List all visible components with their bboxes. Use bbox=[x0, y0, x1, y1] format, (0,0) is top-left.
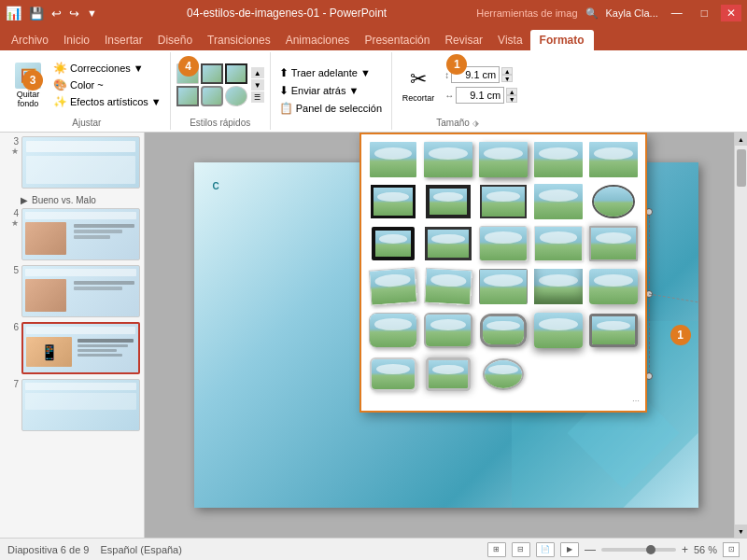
canvas-vscrollbar[interactable]: ▲ ▼ bbox=[734, 133, 747, 538]
style-item-28[interactable] bbox=[477, 354, 529, 395]
style-item-26[interactable] bbox=[367, 354, 419, 395]
style-item-1[interactable] bbox=[367, 140, 419, 179]
style-item-23[interactable] bbox=[477, 310, 529, 351]
style-item-25[interactable] bbox=[587, 310, 640, 351]
zoom-slider-thumb[interactable] bbox=[646, 545, 655, 554]
color-button[interactable]: 🎨 Color ~ 3 bbox=[50, 77, 164, 92]
slide-4-thumb[interactable] bbox=[21, 208, 140, 260]
undo-icon[interactable]: ↩ bbox=[51, 7, 62, 21]
correcciones-button[interactable]: ☀️ Correcciones ▼ bbox=[50, 61, 164, 76]
style-item-14[interactable] bbox=[532, 224, 585, 263]
slide-7-num: 7 bbox=[13, 379, 19, 389]
customize-icon[interactable]: ▼ bbox=[87, 7, 97, 19]
slide-4-item[interactable]: 4 ★ bbox=[2, 208, 140, 260]
window-title: 04-estilos-de-imagenes-01 - PowerPoint bbox=[187, 7, 387, 20]
style-item-13[interactable] bbox=[477, 224, 529, 263]
maximize-button[interactable]: □ bbox=[696, 5, 713, 21]
view-slide-sorter-icon[interactable]: ⊟ bbox=[512, 542, 530, 557]
style-preview-4[interactable] bbox=[176, 86, 199, 106]
slide-7-thumb[interactable] bbox=[21, 379, 140, 431]
save-icon[interactable]: 💾 bbox=[29, 7, 44, 21]
width-down[interactable]: ▼ bbox=[506, 95, 517, 103]
close-button[interactable]: ✕ bbox=[721, 5, 741, 21]
slide-6-item[interactable]: 6 📱 bbox=[2, 322, 140, 374]
ribbon-group-tamaño: 1 ✂ Recortar ↕ ▲ ▼ ↔ bbox=[392, 52, 524, 130]
panel-seleccion-button[interactable]: 📋 Panel de selección bbox=[276, 100, 386, 117]
height-up[interactable]: ▲ bbox=[501, 67, 513, 75]
width-input[interactable] bbox=[456, 87, 504, 104]
style-item-12[interactable] bbox=[422, 224, 474, 263]
efectos-icon: ✨ bbox=[53, 95, 67, 108]
view-presentation-icon[interactable]: ▶ bbox=[560, 542, 579, 557]
view-normal-icon[interactable]: ⊞ bbox=[487, 542, 506, 557]
ribbon-tabs-bar: Archivo Inicio Insertar Diseño Transicio… bbox=[0, 26, 747, 50]
traer-adelante-button[interactable]: ⬆ Traer adelante ▼ bbox=[276, 64, 386, 81]
style-item-11[interactable] bbox=[367, 224, 419, 263]
style-item-3[interactable] bbox=[477, 140, 529, 179]
slide-7-item[interactable]: 7 bbox=[2, 379, 140, 431]
tab-formato[interactable]: Formato bbox=[530, 30, 594, 50]
style-item-15[interactable] bbox=[587, 224, 640, 263]
zoom-in-btn[interactable]: + bbox=[682, 543, 688, 556]
style-item-7[interactable] bbox=[422, 182, 474, 221]
tab-presentacion[interactable]: Presentación bbox=[357, 30, 437, 50]
more-styles[interactable]: ☰ bbox=[251, 91, 264, 103]
style-item-8[interactable] bbox=[477, 182, 529, 221]
style-item-6[interactable] bbox=[367, 182, 419, 221]
user-name[interactable]: Kayla Cla... bbox=[606, 7, 658, 19]
zoom-out-btn[interactable]: — bbox=[585, 543, 596, 556]
style-item-27[interactable] bbox=[422, 354, 474, 395]
app-icon: 📊 bbox=[6, 6, 21, 21]
tab-animaciones[interactable]: Animaciones bbox=[278, 30, 358, 50]
fit-window-btn[interactable]: ⊡ bbox=[723, 542, 740, 557]
style-item-10[interactable] bbox=[587, 182, 640, 221]
slide-3-item[interactable]: 3 ★ bbox=[2, 136, 140, 189]
language-info: Español (España) bbox=[100, 544, 181, 555]
style-item-5[interactable] bbox=[587, 140, 640, 179]
slide-6-thumb[interactable]: 📱 bbox=[21, 322, 140, 374]
style-item-16[interactable] bbox=[367, 266, 419, 307]
recortar-button[interactable]: ✂ Recortar bbox=[398, 64, 440, 105]
minimize-button[interactable]: — bbox=[666, 5, 688, 21]
scroll-down-btn[interactable]: ▼ bbox=[735, 525, 747, 538]
style-item-2[interactable] bbox=[422, 140, 474, 179]
style-item-17[interactable] bbox=[422, 266, 474, 307]
style-item-9[interactable] bbox=[532, 182, 585, 221]
scroll-up-styles[interactable]: ▲ bbox=[251, 67, 264, 78]
tab-diseno[interactable]: Diseño bbox=[150, 30, 200, 50]
style-item-4[interactable] bbox=[532, 140, 585, 179]
tab-insertar[interactable]: Insertar bbox=[97, 30, 150, 50]
tab-revisar[interactable]: Revisar bbox=[437, 30, 490, 50]
tab-transiciones[interactable]: Transiciones bbox=[200, 30, 278, 50]
scroll-thumb[interactable] bbox=[737, 149, 746, 187]
height-down[interactable]: ▼ bbox=[501, 75, 513, 82]
width-up[interactable]: ▲ bbox=[506, 88, 517, 95]
style-item-21[interactable] bbox=[367, 310, 419, 351]
efectos-artisticos-button[interactable]: ✨ Efectos artísticos ▼ bbox=[50, 94, 164, 109]
zoom-slider-track[interactable] bbox=[601, 548, 676, 552]
style-preview-5[interactable] bbox=[201, 86, 223, 106]
ribbon-group-ajustar: 🖼️ Quitarfondo ☀️ Correcciones ▼ 🎨 Color… bbox=[4, 52, 171, 130]
section-label-bueno: ▶Bueno vs. Malo bbox=[2, 193, 140, 208]
slide-5-item[interactable]: 5 bbox=[2, 265, 140, 317]
redo-icon[interactable]: ↪ bbox=[69, 7, 79, 21]
view-reading-icon[interactable]: 📄 bbox=[536, 542, 555, 557]
style-preview-3[interactable] bbox=[225, 63, 247, 84]
style-item-18[interactable] bbox=[477, 266, 529, 307]
slide-6-num: 6 bbox=[13, 322, 19, 332]
tab-vista[interactable]: Vista bbox=[490, 30, 529, 50]
style-preview-6[interactable] bbox=[225, 86, 247, 106]
style-item-20[interactable] bbox=[587, 266, 640, 307]
style-item-22[interactable] bbox=[422, 310, 474, 351]
scroll-down-styles[interactable]: ▼ bbox=[251, 79, 264, 91]
slide-5-thumb[interactable] bbox=[21, 265, 140, 317]
enviar-atras-button[interactable]: ⬇ Enviar atrás ▼ bbox=[276, 82, 386, 99]
scroll-up-btn[interactable]: ▲ bbox=[735, 133, 747, 146]
slide-3-thumb[interactable] bbox=[21, 136, 140, 189]
tab-archivo[interactable]: Archivo bbox=[4, 30, 56, 50]
style-preview-2[interactable] bbox=[201, 63, 223, 84]
tab-inicio[interactable]: Inicio bbox=[56, 30, 97, 50]
style-item-24[interactable] bbox=[532, 310, 585, 351]
style-item-19[interactable] bbox=[532, 266, 585, 307]
slide-4-star: ★ bbox=[11, 218, 19, 228]
